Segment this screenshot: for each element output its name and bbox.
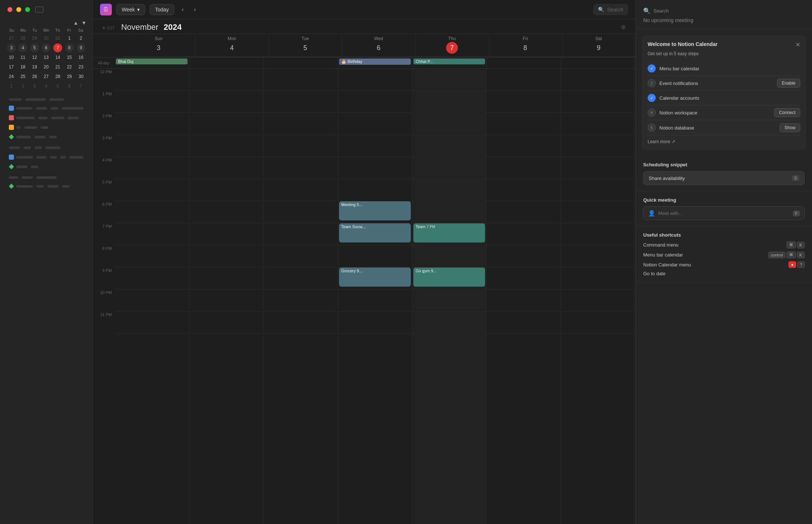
sidebar-event-item[interactable] <box>4 182 88 190</box>
sidebar-event-item[interactable] <box>4 123 88 131</box>
mini-cal-cell[interactable]: 29 <box>30 34 39 43</box>
mini-cal-cell[interactable]: 26 <box>30 72 39 81</box>
mini-cal-cell[interactable]: 19 <box>30 63 39 71</box>
hour-cell[interactable] <box>189 223 263 245</box>
hour-cell[interactable] <box>115 135 189 157</box>
mini-cal-cell[interactable]: 21 <box>53 63 62 71</box>
hour-cell[interactable] <box>412 245 486 268</box>
mini-cal-cell[interactable]: 30 <box>42 34 50 43</box>
mini-cal-cell[interactable]: 17 <box>7 63 16 71</box>
mini-cal-cell[interactable]: 6 <box>65 82 74 91</box>
hour-cell[interactable] <box>264 201 338 223</box>
mini-cal-cell[interactable]: 27 <box>42 72 50 81</box>
hour-cell[interactable] <box>115 201 189 223</box>
hour-cell[interactable] <box>115 157 189 179</box>
sidebar-event-item[interactable] <box>4 114 88 122</box>
hour-cell[interactable] <box>487 135 560 157</box>
hour-cell[interactable] <box>487 113 560 135</box>
hour-cell[interactable] <box>115 91 189 113</box>
hour-cell[interactable] <box>412 113 486 135</box>
mini-cal-cell[interactable]: 2 <box>18 82 27 91</box>
day-col-wed[interactable]: Meeting 5... Team Socia... Grocery 9... <box>338 69 412 524</box>
hour-cell[interactable] <box>115 113 189 135</box>
hour-cell[interactable] <box>189 268 263 290</box>
next-week-btn[interactable]: › <box>191 5 199 14</box>
mini-cal-cell[interactable]: 9 <box>76 43 85 52</box>
hour-cell[interactable] <box>264 290 338 312</box>
close-window-btn[interactable] <box>7 7 13 12</box>
hour-cell[interactable] <box>189 91 263 113</box>
mini-cal-cell[interactable]: 29 <box>65 72 74 81</box>
mini-cal-cell[interactable]: 31 <box>53 34 62 43</box>
sidebar-event-item[interactable] <box>4 104 88 112</box>
mini-cal-next-btn[interactable]: ▼ <box>81 20 86 26</box>
minimize-window-btn[interactable] <box>16 7 21 12</box>
mini-cal-cell[interactable]: 16 <box>76 53 85 62</box>
welcome-close-btn[interactable]: ✕ <box>795 41 800 48</box>
hour-cell[interactable] <box>189 201 263 223</box>
hour-cell[interactable] <box>561 135 635 157</box>
hour-cell[interactable] <box>487 245 560 268</box>
mini-cal-cell[interactable]: 20 <box>42 63 50 71</box>
enable-notifications-btn[interactable]: Enable <box>777 79 800 88</box>
hour-cell[interactable] <box>561 312 635 334</box>
hour-cell[interactable] <box>487 179 560 201</box>
hour-cell[interactable] <box>561 290 635 312</box>
mini-cal-cell[interactable]: 22 <box>65 63 74 71</box>
hour-cell[interactable] <box>338 91 412 113</box>
mini-cal-cell[interactable]: 25 <box>18 72 27 81</box>
user-avatar[interactable]: 🗓 <box>100 4 112 15</box>
event-go-gym[interactable]: Go gym 9... <box>413 268 485 287</box>
today-btn[interactable]: Today <box>150 4 174 15</box>
event-team-social[interactable]: Team Socia... <box>339 223 411 242</box>
allday-event-birthday[interactable]: 🎂 Birthday <box>339 59 411 65</box>
hour-cell[interactable] <box>189 113 263 135</box>
hour-cell[interactable] <box>561 179 635 201</box>
mini-cal-cell[interactable]: 5 <box>30 43 39 52</box>
hour-cell[interactable] <box>264 157 338 179</box>
hour-cell[interactable] <box>561 157 635 179</box>
hour-cell[interactable] <box>189 135 263 157</box>
day-col-mon[interactable] <box>189 69 263 524</box>
allday-event-bhai-duj[interactable]: Bhai Duj <box>116 59 188 64</box>
hour-cell[interactable] <box>487 69 560 91</box>
hour-cell[interactable] <box>189 179 263 201</box>
hour-cell[interactable] <box>264 113 338 135</box>
mini-cal-prev-btn[interactable]: ▲ <box>73 20 78 26</box>
mini-cal-cell[interactable]: 3 <box>7 43 16 52</box>
hour-cell[interactable] <box>189 290 263 312</box>
hour-cell[interactable] <box>115 312 189 334</box>
hour-cell[interactable] <box>189 157 263 179</box>
hour-cell[interactable] <box>338 179 412 201</box>
hour-cell[interactable] <box>412 91 486 113</box>
mini-cal-cell[interactable]: 18 <box>18 63 27 71</box>
hour-cell[interactable] <box>115 69 189 91</box>
connect-workspace-btn[interactable]: Connect <box>774 108 800 117</box>
hour-cell[interactable] <box>412 201 486 223</box>
hour-cell[interactable] <box>189 312 263 334</box>
hour-cell[interactable] <box>264 135 338 157</box>
meet-input-field[interactable] <box>658 210 790 216</box>
hour-cell[interactable] <box>338 245 412 268</box>
hour-cell[interactable] <box>412 179 486 201</box>
hour-cell[interactable] <box>338 69 412 91</box>
day-col-sat[interactable] <box>561 69 635 524</box>
hour-cell[interactable] <box>264 179 338 201</box>
maximize-window-btn[interactable] <box>25 7 30 12</box>
hour-cell[interactable] <box>412 312 486 334</box>
hour-cell[interactable] <box>189 69 263 91</box>
hour-cell[interactable] <box>264 69 338 91</box>
mini-cal-today-cell[interactable]: 7 <box>53 43 62 52</box>
hour-cell[interactable] <box>561 201 635 223</box>
hour-cell[interactable] <box>412 135 486 157</box>
mini-cal-cell[interactable]: 5 <box>53 82 62 91</box>
hour-cell[interactable] <box>264 91 338 113</box>
mini-cal-cell[interactable]: 7 <box>76 82 85 91</box>
hour-cell[interactable] <box>115 268 189 290</box>
mini-cal-cell[interactable]: 3 <box>30 82 39 91</box>
hour-cell[interactable] <box>412 69 486 91</box>
hour-cell[interactable] <box>487 268 560 290</box>
hour-cell[interactable] <box>115 223 189 245</box>
mini-cal-cell[interactable]: 28 <box>53 72 62 81</box>
day-col-fri[interactable] <box>487 69 561 524</box>
